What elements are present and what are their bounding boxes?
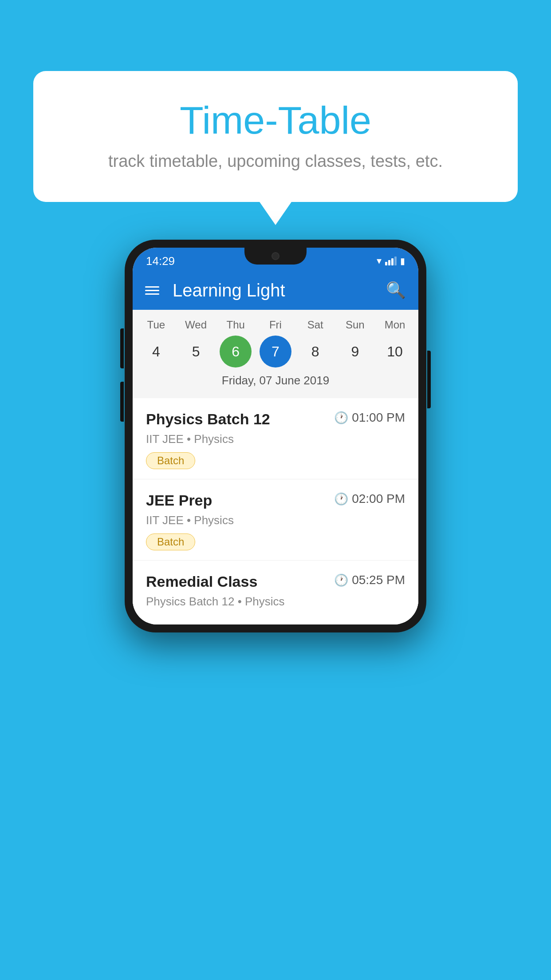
day-6-today[interactable]: 6	[220, 336, 252, 368]
phone-mockup: 14:29 ▾ ▮	[125, 240, 426, 632]
day-header-fri: Fri	[260, 319, 291, 331]
class-2-name: JEE Prep	[146, 492, 212, 509]
day-header-wed: Wed	[180, 319, 212, 331]
signal-icon	[385, 257, 397, 265]
status-time: 14:29	[146, 254, 175, 268]
day-header-sun: Sun	[339, 319, 371, 331]
app-feature-title: Time-Table	[69, 98, 482, 143]
class-1-name: Physics Batch 12	[146, 411, 270, 428]
class-3-meta: Physics Batch 12 • Physics	[146, 595, 405, 609]
wifi-icon: ▾	[377, 255, 382, 267]
class-3-time: 🕐 05:25 PM	[334, 573, 405, 587]
class-item-2[interactable]: JEE Prep 🕐 02:00 PM IIT JEE • Physics Ba…	[133, 479, 418, 561]
class-2-meta: IIT JEE • Physics	[146, 514, 405, 527]
hamburger-menu-icon[interactable]	[145, 284, 159, 297]
calendar-strip: Tue Wed Thu Fri Sat Sun Mon 4 5 6 7 8	[133, 310, 418, 398]
phone-camera	[272, 252, 279, 260]
app-feature-subtitle: track timetable, upcoming classes, tests…	[69, 152, 482, 171]
clock-icon-3: 🕐	[334, 573, 348, 587]
class-item-1[interactable]: Physics Batch 12 🕐 01:00 PM IIT JEE • Ph…	[133, 398, 418, 479]
class-3-time-value: 05:25 PM	[352, 573, 405, 587]
speech-bubble-container: Time-Table track timetable, upcoming cla…	[33, 71, 518, 202]
class-list: Physics Batch 12 🕐 01:00 PM IIT JEE • Ph…	[133, 398, 418, 624]
day-4[interactable]: 4	[140, 336, 172, 368]
class-3-name: Remedial Class	[146, 573, 257, 590]
class-1-time: 🕐 01:00 PM	[334, 411, 405, 425]
app-title: Learning Light	[173, 281, 373, 300]
class-1-time-value: 01:00 PM	[352, 411, 405, 425]
page-background: Time-Table track timetable, upcoming cla…	[0, 0, 551, 980]
day-7-selected[interactable]: 7	[260, 336, 291, 368]
phone-volume-up-button	[120, 328, 124, 368]
class-item-1-header: Physics Batch 12 🕐 01:00 PM	[146, 411, 405, 428]
day-numbers: 4 5 6 7 8 9 10	[133, 336, 418, 368]
class-1-badge: Batch	[146, 452, 195, 469]
day-header-thu: Thu	[220, 319, 252, 331]
class-item-3-header: Remedial Class 🕐 05:25 PM	[146, 573, 405, 590]
speech-bubble: Time-Table track timetable, upcoming cla…	[33, 71, 518, 202]
search-icon[interactable]: 🔍	[386, 281, 406, 300]
class-2-badge: Batch	[146, 533, 195, 550]
class-item-2-header: JEE Prep 🕐 02:00 PM	[146, 492, 405, 509]
class-2-time: 🕐 02:00 PM	[334, 492, 405, 506]
day-9[interactable]: 9	[339, 336, 371, 368]
phone-outer-shell: 14:29 ▾ ▮	[125, 240, 426, 632]
battery-icon: ▮	[400, 256, 405, 266]
day-10[interactable]: 10	[379, 336, 411, 368]
clock-icon-2: 🕐	[334, 492, 348, 506]
class-1-meta: IIT JEE • Physics	[146, 432, 405, 446]
app-bar: Learning Light 🔍	[133, 271, 418, 310]
status-icons: ▾ ▮	[377, 255, 405, 267]
phone-screen: 14:29 ▾ ▮	[133, 248, 418, 624]
class-2-time-value: 02:00 PM	[352, 492, 405, 506]
phone-notch	[244, 248, 307, 265]
day-header-tue: Tue	[140, 319, 172, 331]
class-item-3[interactable]: Remedial Class 🕐 05:25 PM Physics Batch …	[133, 561, 418, 624]
day-header-sat: Sat	[299, 319, 331, 331]
selected-date-label: Friday, 07 June 2019	[133, 368, 418, 395]
day-header-mon: Mon	[379, 319, 411, 331]
phone-volume-down-button	[120, 382, 124, 422]
day-5[interactable]: 5	[180, 336, 212, 368]
day-8[interactable]: 8	[299, 336, 331, 368]
clock-icon-1: 🕐	[334, 411, 348, 425]
day-headers: Tue Wed Thu Fri Sat Sun Mon	[133, 319, 418, 331]
phone-power-button	[427, 351, 431, 408]
